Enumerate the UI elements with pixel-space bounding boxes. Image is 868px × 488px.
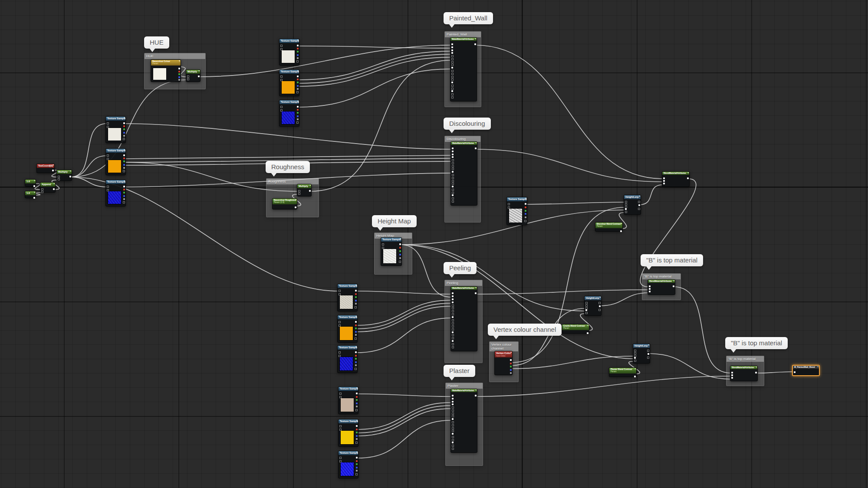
input-pin[interactable] [339,429,342,431]
input-pin[interactable] [452,168,454,170]
input-pin[interactable] [339,321,341,323]
collapse-chevron-icon[interactable]: ▾ [53,164,54,167]
input-pin[interactable] [339,393,342,395]
collapse-chevron-icon[interactable]: ▾ [355,315,357,318]
input-pin[interactable] [452,194,454,196]
input-pin[interactable] [452,409,454,412]
input-pin[interactable] [452,316,454,318]
node-tex-d1[interactable]: Texture Sample▾ [338,386,358,414]
input-pin[interactable] [585,307,588,309]
output-pin[interactable] [297,75,299,77]
output-pin[interactable] [295,206,296,208]
input-pin[interactable] [649,285,651,287]
input-pin[interactable] [451,96,454,98]
node-mma-discolouring[interactable]: MakeMaterialAttributes▾ [450,141,477,206]
node-mma-plaster[interactable]: MakeMaterialAttributes▾ [450,389,477,453]
output-pin[interactable] [123,160,125,162]
node-blend-attrs-1[interactable]: BlendMaterialAttributes▾ [662,171,690,187]
output-pin[interactable] [475,147,477,149]
collapse-chevron-icon[interactable]: ▾ [356,451,358,454]
output-pin[interactable] [355,300,357,301]
collapse-chevron-icon[interactable]: ▾ [400,238,401,240]
output-pin[interactable] [355,290,357,291]
node-texcoord[interactable]: TexCoord[0]▾ [36,164,55,173]
output-pin[interactable] [673,285,674,287]
input-pin[interactable] [452,186,454,187]
input-pin[interactable] [452,180,454,182]
output-pin[interactable] [524,220,526,222]
output-pin[interactable] [356,406,358,407]
output-pin[interactable] [647,357,649,359]
input-pin[interactable] [452,436,454,438]
input-pin[interactable] [452,325,454,328]
output-pin[interactable] [123,192,125,193]
output-pin[interactable] [355,328,357,329]
output-pin[interactable] [355,337,357,340]
output-pin[interactable] [475,292,477,294]
output-pin[interactable] [355,473,358,475]
output-pin[interactable] [525,213,526,215]
input-pin[interactable] [451,76,454,78]
color-swatch[interactable] [153,68,167,80]
output-pin[interactable] [297,112,299,114]
node-tex-c3[interactable]: Texture Sample▾ [337,345,358,373]
node-tex-c2[interactable]: Texture Sample▾ [337,315,358,343]
output-pin[interactable] [123,170,125,172]
input-pin[interactable] [649,291,651,292]
output-pin[interactable] [510,366,512,367]
input-pin[interactable] [625,206,627,208]
output-pin[interactable] [297,109,299,111]
node-tex-b2[interactable]: Texture Sample▾ [279,69,299,96]
output-pin[interactable] [355,351,357,353]
output-pin[interactable] [525,203,526,205]
collapse-chevron-icon[interactable]: ▾ [356,419,358,422]
collapse-chevron-icon[interactable]: ▾ [34,180,35,182]
collapse-chevron-icon[interactable]: ▾ [198,70,200,72]
input-pin[interactable] [452,406,454,409]
output-pin[interactable] [474,43,476,45]
input-pin[interactable] [451,46,453,48]
output-pin[interactable] [399,250,401,252]
node-material-output[interactable]: M_PaintedWall_Blend▾ [792,365,820,376]
output-pin[interactable] [355,358,357,360]
node-tex-heightmap[interactable]: Texture Sample▾ [381,237,402,266]
collapse-chevron-icon[interactable]: ▾ [673,280,674,282]
collapse-chevron-icon[interactable]: ▾ [639,195,640,198]
input-pin[interactable] [41,191,43,193]
node-tex-a1[interactable]: Texture Sample▾ [105,116,126,143]
input-pin[interactable] [280,75,283,78]
input-pin[interactable] [452,328,454,331]
output-pin[interactable] [598,309,601,311]
input-pin[interactable] [452,343,454,345]
output-pin[interactable] [355,442,358,444]
output-pin[interactable] [355,409,358,411]
input-pin[interactable] [585,309,587,311]
input-pin[interactable] [339,355,341,357]
input-pin[interactable] [339,457,342,459]
input-pin[interactable] [452,165,454,167]
input-pin[interactable] [107,154,109,157]
input-pin[interactable] [452,413,454,415]
input-pin[interactable] [649,288,651,290]
output-pin[interactable] [123,154,125,156]
output-pin[interactable] [510,369,512,371]
output-pin[interactable] [123,125,125,127]
input-pin[interactable] [731,377,733,379]
collapse-chevron-icon[interactable]: ▾ [687,172,689,174]
output-pin[interactable] [356,425,358,427]
collapse-chevron-icon[interactable]: ▾ [355,284,357,287]
collapse-chevron-icon[interactable]: ▾ [297,70,299,72]
collapse-chevron-icon[interactable]: ▾ [297,39,299,42]
input-pin[interactable] [451,49,453,51]
input-pin[interactable] [339,351,341,354]
collapse-chevron-icon[interactable]: ▾ [124,117,125,119]
input-pin[interactable] [187,78,189,80]
output-pin[interactable] [356,463,358,465]
input-pin[interactable] [339,460,342,462]
input-pin[interactable] [731,374,733,376]
input-pin[interactable] [452,445,454,447]
input-pin[interactable] [452,301,454,303]
input-pin[interactable] [452,401,454,403]
output-pin[interactable] [648,353,649,355]
collapse-chevron-icon[interactable]: ▾ [475,389,477,392]
